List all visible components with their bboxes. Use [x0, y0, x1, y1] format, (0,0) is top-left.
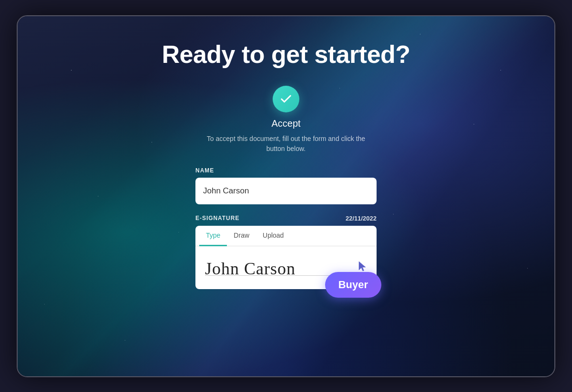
signature-underline	[205, 275, 348, 276]
form: NAME E-SIGNATURE 22/11/2022 Type Draw Up…	[195, 167, 377, 289]
tab-upload[interactable]: Upload	[256, 226, 290, 246]
page-title: Ready to get started?	[162, 40, 410, 69]
esig-header: E-SIGNATURE 22/11/2022	[195, 215, 377, 222]
name-input[interactable]	[195, 178, 377, 204]
tab-draw[interactable]: Draw	[227, 226, 256, 246]
tab-type[interactable]: Type	[199, 226, 227, 246]
signature-tabs: Type Draw Upload	[195, 226, 377, 246]
content-area: Ready to get started? Accept To accept t…	[18, 16, 554, 376]
accept-label: Accept	[271, 118, 300, 129]
buyer-badge: Buyer	[325, 272, 381, 298]
accept-icon-circle	[273, 86, 299, 112]
accept-description: To accept this document, fill out the fo…	[207, 134, 365, 154]
esig-label: E-SIGNATURE	[195, 215, 239, 221]
esig-date: 22/11/2022	[346, 215, 377, 222]
checkmark-icon	[279, 92, 293, 106]
signature-wrapper: Type Draw Upload John Carson	[195, 226, 377, 289]
screen: Ready to get started? Accept To accept t…	[17, 15, 555, 377]
name-field-label: NAME	[195, 167, 377, 174]
